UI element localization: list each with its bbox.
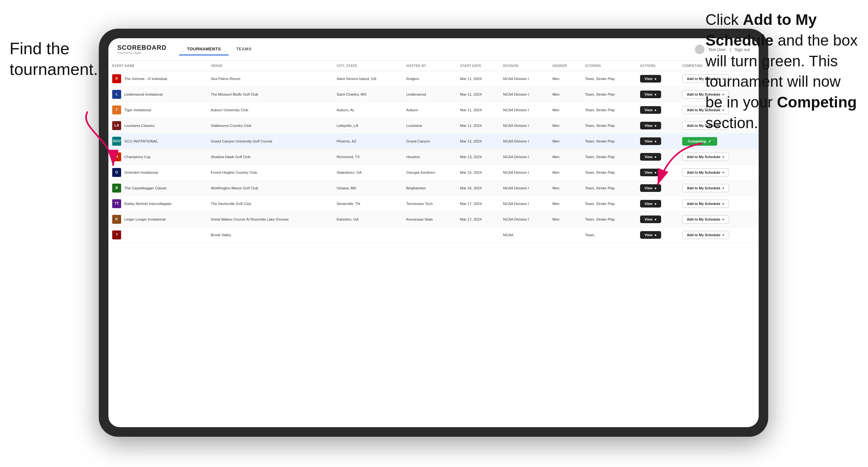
- division-cell: NCAA Division I: [499, 196, 549, 212]
- scoring-cell: Team, Stroke Play: [582, 133, 637, 149]
- logo-area: SCOREBOARD Powered by clippd: [117, 44, 166, 55]
- city-state-cell: Saint Charles, MO: [333, 87, 403, 102]
- view-button[interactable]: View ●: [640, 106, 661, 114]
- view-button[interactable]: View ●: [640, 75, 661, 83]
- gender-cell: Men: [549, 180, 582, 196]
- event-name: The Carpetbagger Classic: [124, 186, 167, 191]
- annotation-left: Find thetournament.: [9, 38, 99, 80]
- add-to-schedule-button[interactable]: Add to My Schedule +: [682, 215, 729, 223]
- division-cell: NCAA Division I: [499, 102, 549, 118]
- venue-cell: The Missouri Bluffs Golf Club: [207, 87, 333, 102]
- col-gender: GENDER: [549, 61, 582, 71]
- hosted-by-cell: Louisiana: [403, 118, 457, 133]
- hosted-by-cell: Tennessee Tech: [403, 196, 457, 212]
- table-container: EVENT NAME VENUE CITY, STATE HOSTED BY S…: [108, 61, 759, 427]
- gender-cell: Men: [549, 165, 582, 180]
- start-date-cell: Mar 17, 2024: [456, 196, 499, 212]
- city-state-cell: Auburn, AL: [333, 102, 403, 118]
- event-name: Lindenwood Invitational: [124, 92, 162, 97]
- add-to-schedule-button[interactable]: Add to My Schedule +: [682, 231, 729, 239]
- venue-cell: Oakbourne Country Club: [207, 118, 333, 133]
- city-state-cell: Urbana, MD: [333, 180, 403, 196]
- city-state-cell: [333, 227, 403, 243]
- event-name: Tiger Invitational: [124, 107, 151, 113]
- eye-icon: ●: [654, 77, 657, 81]
- team-logo: TT: [112, 199, 121, 208]
- event-name: Bobby Nichols Intercollegiate: [124, 201, 172, 206]
- hosted-by-cell: Lindenwood: [403, 87, 457, 102]
- eye-icon: ●: [654, 217, 657, 221]
- team-logo: K: [112, 215, 121, 224]
- add-to-schedule-button[interactable]: Add to My Schedule +: [682, 199, 729, 208]
- event-name-cell: L Lindenwood Invitational: [108, 87, 207, 102]
- venue-cell: Auburn University Club: [207, 102, 333, 118]
- team-logo: B: [112, 184, 121, 192]
- annotation-right-text: Click Add to My Schedule and the box wil…: [706, 11, 858, 131]
- col-division: DIVISION: [499, 61, 549, 71]
- venue-cell: Brook Valley: [207, 227, 333, 243]
- hosted-by-cell: Rutgers: [403, 71, 457, 87]
- city-state-cell: Sevierville, TN: [333, 196, 403, 212]
- table-row: TT Bobby Nichols Intercollegiate The Sev…: [108, 196, 759, 212]
- venue-cell: Worthington Manor Golf Club: [207, 180, 333, 196]
- start-date-cell: Mar 17, 2024: [456, 212, 499, 227]
- table-row: R The Johnnie - O Individual Sea Palms R…: [108, 71, 759, 87]
- division-cell: NCAA Division I: [499, 212, 549, 227]
- event-name: Linger Longer Invitational: [124, 217, 165, 222]
- view-button[interactable]: View ●: [640, 200, 661, 208]
- eye-icon: ●: [654, 108, 657, 112]
- start-date-cell: Mar 16, 2024: [456, 180, 499, 196]
- gender-cell: Men: [549, 212, 582, 227]
- hosted-by-cell: Kennesaw State: [403, 212, 457, 227]
- scoring-cell: Team, Stroke Play: [582, 71, 637, 87]
- start-date-cell: Mar 11, 2024: [456, 102, 499, 118]
- tablet-screen: SCOREBOARD Powered by clippd TOURNAMENTS…: [108, 38, 759, 427]
- tab-teams[interactable]: TEAMS: [228, 43, 259, 56]
- hosted-by-cell: Georgia Southern: [403, 165, 457, 180]
- col-city-state: CITY, STATE: [333, 61, 403, 71]
- start-date-cell: Mar 15, 2024: [456, 165, 499, 180]
- start-date-cell: Mar 11, 2024: [456, 87, 499, 102]
- plus-icon: +: [722, 170, 724, 175]
- gender-cell: [549, 227, 582, 243]
- division-cell: NCAA Division I: [499, 165, 549, 180]
- venue-cell: Grand Canyon University Golf Course: [207, 133, 333, 149]
- scoring-cell: Team, Stroke Play: [582, 102, 637, 118]
- scoring-cell: Team, Stroke Play: [582, 196, 637, 212]
- table-header-row: EVENT NAME VENUE CITY, STATE HOSTED BY S…: [108, 61, 759, 71]
- logo-text: SCOREBOARD: [117, 44, 166, 51]
- annotation-right: Click Add to My Schedule and the box wil…: [706, 9, 859, 133]
- gender-cell: Men: [549, 196, 582, 212]
- arrow-right-icon: [648, 140, 712, 191]
- division-cell: NCAA Division I: [499, 71, 549, 87]
- view-button[interactable]: View ●: [640, 231, 661, 239]
- view-button[interactable]: View ●: [640, 122, 661, 129]
- division-cell: NCAA Division I: [499, 149, 549, 165]
- scoring-cell: Team,: [582, 227, 637, 243]
- gender-cell: Men: [549, 133, 582, 149]
- table-row: L Lindenwood Invitational The Missouri B…: [108, 87, 759, 102]
- actions-cell: View ●: [636, 71, 678, 87]
- gender-cell: Men: [549, 71, 582, 87]
- venue-cell: Sea Palms Resort: [207, 71, 333, 87]
- table-row: T Tiger Invitational Auburn University C…: [108, 102, 759, 118]
- city-state-cell: Eatonton, GA: [333, 212, 403, 227]
- city-state-cell: Richmond, TX: [333, 149, 403, 165]
- scoring-cell: Team, Stroke Play: [582, 165, 637, 180]
- event-name: Louisiana Classics: [124, 123, 155, 128]
- arrow-left-icon: [62, 108, 126, 172]
- team-logo: L: [112, 90, 121, 99]
- view-button[interactable]: View ●: [640, 91, 661, 98]
- plus-icon: +: [722, 202, 724, 206]
- competing-cell: Add to My Schedule +: [678, 196, 759, 212]
- avatar: [695, 44, 705, 54]
- actions-cell: View ●: [636, 118, 678, 133]
- eye-icon: ●: [654, 124, 657, 127]
- view-button[interactable]: View ●: [640, 216, 661, 223]
- annotation-left-text: Find thetournament.: [9, 39, 98, 79]
- event-name-cell: R The Johnnie - O Individual: [108, 71, 207, 87]
- team-logo: R: [112, 74, 121, 83]
- hosted-by-cell: Binghamton: [403, 180, 457, 196]
- venue-cell: Forest Heights Country Club: [207, 165, 333, 180]
- tab-tournaments[interactable]: TOURNAMENTS: [179, 43, 228, 56]
